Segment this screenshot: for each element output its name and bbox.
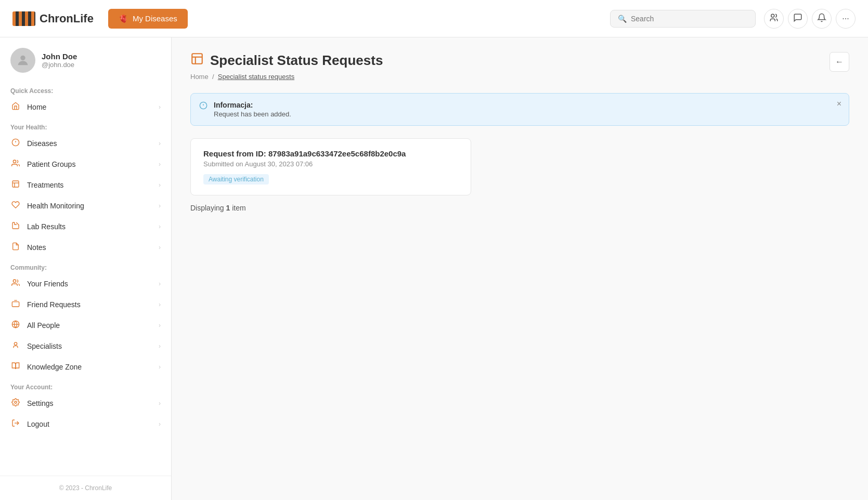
chat-icon [793,13,802,24]
display-count-suffix: item [230,204,245,212]
sidebar-item-treatments[interactable]: Treatments › [0,175,171,195]
chevron-right-icon: › [159,223,161,230]
username: John Doe [42,52,77,61]
people-icon-button[interactable] [764,9,784,29]
my-diseases-button[interactable]: 🫀 My Diseases [108,9,188,29]
status-badge: Awaiting verification [203,174,269,185]
alert-message: Request has been added. [214,110,291,118]
specialists-icon [10,341,21,351]
sidebar-item-home-label: Home [27,103,46,111]
sidebar-item-patient-groups-label: Patient Groups [27,160,75,168]
bell-icon [817,13,826,24]
sidebar-item-knowledge-zone-label: Knowledge Zone [27,363,82,371]
svg-rect-6 [12,181,19,187]
more-icon: ··· [842,14,849,23]
breadcrumb-home[interactable]: Home [190,73,209,81]
your-health-label: Your Health: [0,117,171,133]
chevron-right-icon: › [159,420,161,428]
sidebar-item-friend-requests[interactable]: Friend Requests › [0,294,171,315]
svg-point-1 [20,56,25,60]
my-diseases-label: My Diseases [133,14,177,23]
page-icon [190,52,204,69]
logo-text: ChronLife [40,12,94,25]
request-card: Request from ID: 87983a91a9c633472ee5c68… [190,138,471,195]
search-icon: 🔍 [618,15,627,23]
chevron-right-icon: › [159,400,161,407]
page-header: Specialist Status Requests [190,52,383,69]
chevron-right-icon: › [159,363,161,371]
logo[interactable]: ChronLife [12,11,94,26]
chevron-right-icon: › [159,301,161,308]
all-people-icon [10,320,21,331]
sidebar: John Doe @john.doe Quick Access: Home › … [0,37,172,500]
sidebar-item-all-people[interactable]: All People › [0,315,171,336]
sidebar-item-your-friends[interactable]: Your Friends › [0,273,171,294]
svg-point-5 [13,160,16,163]
your-account-label: Your Account: [0,377,171,393]
quick-access-label: Quick Access: [0,81,171,97]
chevron-right-icon: › [159,202,161,209]
breadcrumb: Home / Specialist status requests [190,73,383,81]
alert-content: Informacja: Request has been added. [214,101,291,118]
your-friends-icon [10,279,21,289]
request-date: Submitted on August 30, 2023 07:06 [203,160,458,168]
chevron-right-icon: › [159,343,161,350]
chevron-right-icon: › [159,161,161,168]
sidebar-item-health-monitoring[interactable]: Health Monitoring › [0,195,171,216]
people-icon [769,13,779,24]
diseases-icon [10,138,21,149]
treatments-icon [10,180,21,190]
main-content-area: Specialist Status Requests Home / Specia… [172,37,868,500]
breadcrumb-current: Specialist status requests [218,73,294,81]
user-info: John Doe @john.doe [42,52,77,69]
avatar [10,48,35,73]
community-label: Community: [0,258,171,273]
chevron-right-icon: › [159,322,161,329]
sidebar-item-friend-requests-label: Friend Requests [27,300,81,309]
sidebar-item-specialists[interactable]: Specialists › [0,336,171,357]
sidebar-item-home[interactable]: Home › [0,97,171,117]
notes-icon [10,242,21,253]
alert-close-button[interactable]: × [837,100,841,108]
svg-point-9 [13,280,16,282]
sidebar-item-specialists-label: Specialists [27,342,62,350]
sidebar-item-patient-groups[interactable]: Patient Groups › [0,154,171,175]
sidebar-item-logout-label: Logout [27,420,49,428]
sidebar-item-diseases[interactable]: Diseases › [0,133,171,154]
home-icon [10,102,21,112]
topnav-icons: ··· [764,9,856,29]
back-arrow-icon: ← [835,57,844,67]
sidebar-item-settings[interactable]: Settings › [0,393,171,414]
chat-icon-button[interactable] [788,9,808,29]
svg-point-0 [771,14,774,17]
display-count-prefix: Displaying [190,204,226,212]
sidebar-item-logout[interactable]: Logout › [0,414,171,435]
user-area: John Doe @john.doe [0,37,171,81]
sidebar-item-knowledge-zone[interactable]: Knowledge Zone › [0,357,171,377]
info-icon [199,101,208,112]
page-title: Specialist Status Requests [210,52,383,69]
sidebar-item-treatments-label: Treatments [27,181,63,189]
back-button[interactable]: ← [830,52,849,72]
sidebar-item-notes-label: Notes [27,243,46,252]
topnav: ChronLife 🫀 My Diseases 🔍 ··· [0,0,868,37]
settings-icon [10,398,21,409]
svg-rect-16 [192,54,202,64]
svg-rect-10 [12,302,19,307]
sidebar-item-notes[interactable]: Notes › [0,237,171,258]
svg-point-13 [14,343,17,345]
main-content: Specialist Status Requests Home / Specia… [172,37,868,227]
chevron-right-icon: › [159,103,161,111]
display-count: Displaying 1 item [190,204,849,212]
chevron-right-icon: › [159,140,161,147]
knowledge-zone-icon [10,362,21,372]
more-icon-button[interactable]: ··· [836,9,856,29]
search-input[interactable] [631,15,748,23]
sidebar-footer: © 2023 - ChronLife [0,476,171,500]
sidebar-item-lab-results[interactable]: Lab Results › [0,216,171,237]
sidebar-item-your-friends-label: Your Friends [27,280,68,288]
layout: John Doe @john.doe Quick Access: Home › … [0,37,868,500]
bell-icon-button[interactable] [812,9,832,29]
search-bar: 🔍 [610,10,756,28]
alert-box: Informacja: Request has been added. × [190,93,849,126]
